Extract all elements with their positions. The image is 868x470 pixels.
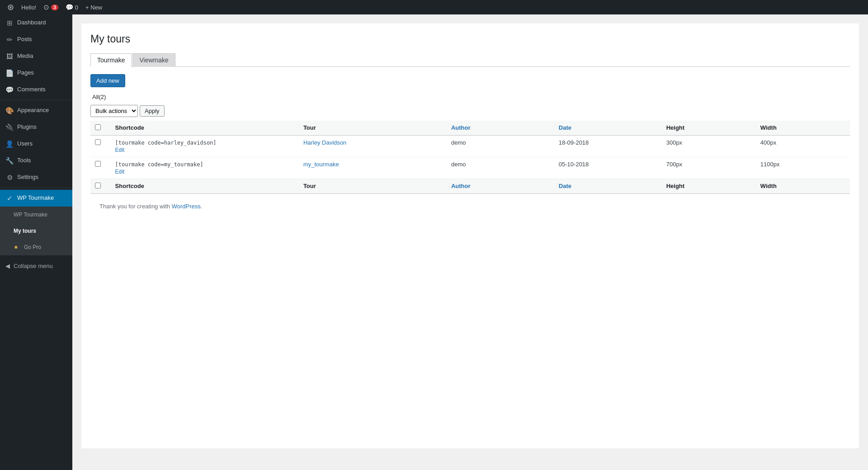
table-header-row: Shortcode Tour Author Date Height <box>90 121 850 136</box>
go-pro-star-icon: ★ <box>14 244 19 251</box>
row-date-0: 18-09-2018 <box>554 135 662 157</box>
page-title: My tours <box>90 33 850 46</box>
media-icon: 🖼 <box>5 52 14 61</box>
th-shortcode: Shortcode <box>111 121 299 136</box>
th-height: Height <box>662 121 756 136</box>
select-all-footer-checkbox[interactable] <box>95 183 101 188</box>
tab-bar: Tourmake Viewmake <box>90 53 850 67</box>
row-action-edit-1[interactable]: Edit <box>115 169 125 175</box>
row-height-0: 300px <box>662 135 756 157</box>
comments-menu-icon: 💬 <box>5 85 14 94</box>
adminbar-new[interactable]: + New <box>82 0 106 14</box>
sidebar: ⊞ Dashboard ✏ Posts 🖼 Media 📄 Pages 💬 Co… <box>0 14 72 470</box>
row-shortcode-0: [tourmake code=harley_davidson] Edit <box>111 135 299 157</box>
tfoot-date[interactable]: Date <box>554 179 662 193</box>
sidebar-item-users[interactable]: 👤 Users <box>0 136 72 152</box>
th-checkbox <box>90 121 111 136</box>
tfoot-checkbox <box>90 179 111 193</box>
main-content: My tours Tourmake Viewmake Add new All(2… <box>72 14 868 470</box>
row-action-edit-0[interactable]: Edit <box>115 147 125 153</box>
dashboard-icon: ⊞ <box>5 18 14 28</box>
row-tour-link-0[interactable]: Harley Davidson <box>303 139 346 146</box>
collapse-menu-button[interactable]: ◀ Collapse menu <box>0 259 72 273</box>
sidebar-item-tools[interactable]: 🔧 Tools <box>0 152 72 169</box>
row-checkbox-input-1[interactable] <box>95 161 101 167</box>
page-footer: Thank you for creating with WordPress. <box>90 194 850 219</box>
row-checkbox-0 <box>90 135 111 157</box>
row-shortcode-1: [tourmake code=my_tourmake] Edit <box>111 157 299 179</box>
sidebar-item-plugins[interactable]: 🔌 Plugins <box>0 119 72 136</box>
select-all-checkbox[interactable] <box>95 124 101 130</box>
admin-bar: ⊛ Hello! ⊙ 3 💬 0 + New <box>0 0 868 14</box>
row-date-1: 05-10-2018 <box>554 157 662 179</box>
row-height-1: 700px <box>662 157 756 179</box>
bulk-actions-select[interactable]: Bulk actionsDelete <box>90 105 138 117</box>
adminbar-wp-logo[interactable]: ⊛ <box>4 0 18 14</box>
settings-icon: ⚙ <box>5 173 14 182</box>
row-tour-1: my_tourmake <box>299 157 447 179</box>
sidebar-item-appearance[interactable]: 🎨 Appearance <box>0 102 72 119</box>
menu-separator-1 <box>0 100 72 100</box>
pages-icon: 📄 <box>5 68 14 78</box>
tours-table: Shortcode Tour Author Date Height <box>90 121 850 194</box>
wp-logo-icon: ⊛ <box>7 2 14 12</box>
filter-all[interactable]: All(2) <box>90 93 108 101</box>
tfoot-shortcode: Shortcode <box>111 179 299 193</box>
tfoot-height: Height <box>662 179 756 193</box>
sidebar-item-dashboard[interactable]: ⊞ Dashboard <box>0 14 72 31</box>
sidebar-item-settings[interactable]: ⚙ Settings <box>0 169 72 186</box>
tools-icon: 🔧 <box>5 156 14 165</box>
adminbar-updates[interactable]: ⊙ 3 <box>40 0 62 14</box>
tourmake-submenu: WP Tourmake My tours ★ Go Pro <box>0 207 72 255</box>
th-author[interactable]: Author <box>447 121 554 136</box>
sidebar-item-pages[interactable]: 📄 Pages <box>0 65 72 81</box>
tab-viewmake[interactable]: Viewmake <box>132 53 175 67</box>
row-author-1: demo <box>447 157 554 179</box>
table-row: [tourmake code=harley_davidson] Edit Har… <box>90 135 850 157</box>
posts-icon: ✏ <box>5 35 14 44</box>
row-tour-0: Harley Davidson <box>299 135 447 157</box>
th-width: Width <box>756 121 850 136</box>
collapse-icon: ◀ <box>5 263 10 269</box>
wptourmake-icon: ✓ <box>5 193 14 203</box>
row-width-1: 1100px <box>756 157 850 179</box>
users-icon: 👤 <box>5 139 14 149</box>
submenu-item-my-tours[interactable]: My tours <box>0 223 72 239</box>
appearance-icon: 🎨 <box>5 106 14 115</box>
sidebar-item-media[interactable]: 🖼 Media <box>0 48 72 65</box>
adminbar-comments[interactable]: 💬 0 <box>62 0 82 14</box>
sidebar-item-posts[interactable]: ✏ Posts <box>0 31 72 48</box>
sidebar-item-comments[interactable]: 💬 Comments <box>0 81 72 98</box>
wordpress-link[interactable]: WordPress <box>172 203 201 210</box>
submenu-item-go-pro[interactable]: ★ Go Pro <box>0 239 72 255</box>
sidebar-item-wp-tourmake[interactable]: ✓ WP Tourmake <box>0 190 72 207</box>
tfoot-author[interactable]: Author <box>447 179 554 193</box>
updates-icon: ⊙ <box>43 3 49 11</box>
bulk-actions-bar: Bulk actionsDelete Apply <box>90 105 850 117</box>
plugins-icon: 🔌 <box>5 122 14 132</box>
adminbar-site-name[interactable]: Hello! <box>18 0 40 14</box>
comments-icon: 💬 <box>66 4 73 11</box>
tab-tourmake[interactable]: Tourmake <box>90 53 132 67</box>
apply-button[interactable]: Apply <box>140 105 165 117</box>
tfoot-tour: Tour <box>299 179 447 193</box>
table-row: [tourmake code=my_tourmake] Edit my_tour… <box>90 157 850 179</box>
add-new-button[interactable]: Add new <box>90 74 125 87</box>
th-tour: Tour <box>299 121 447 136</box>
table-footer-row: Shortcode Tour Author Date Height <box>90 179 850 193</box>
filter-bar: All(2) <box>90 93 850 101</box>
table-body: [tourmake code=harley_davidson] Edit Har… <box>90 135 850 179</box>
row-tour-link-1[interactable]: my_tourmake <box>303 161 339 168</box>
submenu-item-wp-tourmake[interactable]: WP Tourmake <box>0 207 72 223</box>
menu-separator-2 <box>0 188 72 188</box>
row-width-0: 400px <box>756 135 850 157</box>
row-author-0: demo <box>447 135 554 157</box>
th-date[interactable]: Date <box>554 121 662 136</box>
tfoot-width: Width <box>756 179 850 193</box>
row-checkbox-input-0[interactable] <box>95 139 101 145</box>
row-checkbox-1 <box>90 157 111 179</box>
